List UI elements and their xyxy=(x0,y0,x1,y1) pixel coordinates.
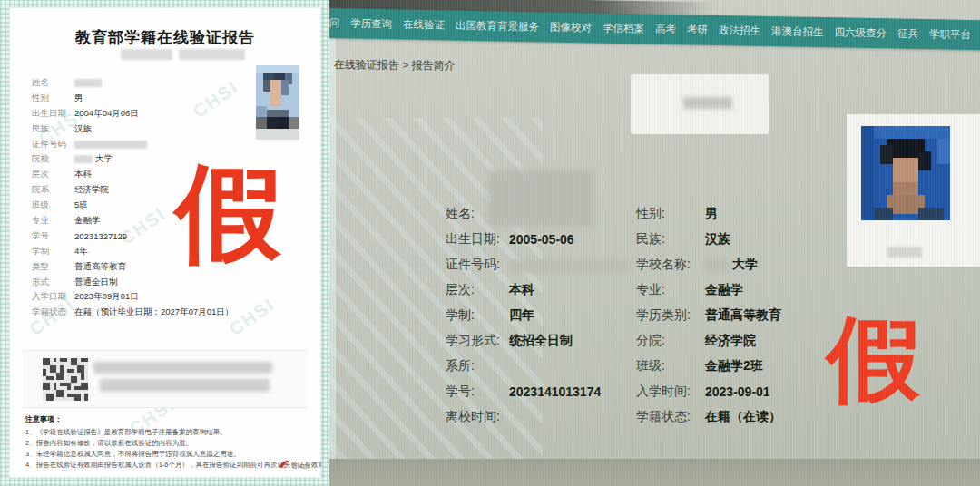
field-value: 普通高等教育 xyxy=(74,261,126,273)
bird-icon xyxy=(279,459,290,470)
field-row: 层次本科 xyxy=(32,167,233,182)
screen-edge-highlight xyxy=(329,0,336,486)
field-label: 证件号码 xyxy=(32,139,74,151)
field-value: 汉族 xyxy=(705,231,859,248)
field-value: 2004年04月06日 xyxy=(74,108,139,120)
field-label: 入学日期 xyxy=(32,291,74,303)
field-row: 入学日期2023年09月01日 xyxy=(32,289,233,305)
field-row: 姓名 xyxy=(32,75,233,91)
screen-photo: 问 学历查询 在线验证 出国教育背景服务 图像校对 学信档案 高考 考研 政法招… xyxy=(329,0,980,486)
field-row: 学籍状态在籍（预计毕业日期：2027年07月01日） xyxy=(32,305,233,320)
field-label: 民族 xyxy=(32,123,74,135)
field-value: 2023141013174 xyxy=(509,384,636,399)
report-title: 教育部学籍在线验证报告 xyxy=(9,27,321,48)
field-label: 类型 xyxy=(32,261,74,273)
field-value: 普通高等教育 xyxy=(705,307,859,324)
field-label: 学习形式: xyxy=(446,333,509,349)
field-label: 姓名 xyxy=(32,77,74,89)
qr-section xyxy=(23,350,308,408)
field-row: 学制4年 xyxy=(32,244,233,259)
redacted-value xyxy=(74,79,102,87)
nav-item[interactable]: 征兵 xyxy=(897,27,918,41)
notes-section: 注意事项： 1、《学籍在线验证报告》是教育部学籍电子注册备案的查询结果。 2、报… xyxy=(25,414,321,471)
nav-item[interactable]: 考研 xyxy=(687,23,708,36)
field-label: 系所: xyxy=(446,358,509,374)
left-report-document: CHSI CHSI CHSI CHSI CHSI CHSI 教育部学籍在线验证报… xyxy=(0,0,329,486)
field-value-text: 大学 xyxy=(732,257,758,271)
field-label: 民族: xyxy=(636,231,705,248)
field-row: 专业金融学 xyxy=(32,213,233,228)
field-label: 院系 xyxy=(32,184,74,196)
field-value: 本科 xyxy=(509,282,636,298)
notes-title: 注意事项： xyxy=(25,414,321,424)
chsi-watermark: CHSI xyxy=(225,294,279,340)
breadcrumb[interactable]: 在线验证报告 > 报告简介 xyxy=(334,57,456,73)
nav-item[interactable]: 图像校对 xyxy=(550,21,592,35)
redacted-value xyxy=(74,155,93,163)
field-value: 4年 xyxy=(74,246,88,258)
nav-item[interactable]: 政法招生 xyxy=(719,24,760,38)
field-row: 形式普通全日制 xyxy=(32,275,233,290)
field-label: 性别: xyxy=(636,206,705,222)
info-card-redacted xyxy=(631,74,769,134)
field-value: 大学 xyxy=(95,153,113,165)
redacted-value xyxy=(705,259,729,271)
nav-item[interactable]: 高考 xyxy=(655,23,676,36)
chsi-logo-text: CHSI xyxy=(292,463,309,470)
field-label: 专业 xyxy=(32,215,74,227)
nav-item[interactable]: 问 xyxy=(329,16,339,30)
nav-item[interactable]: 四六级查分 xyxy=(834,25,887,40)
field-label: 出生日期: xyxy=(446,231,509,248)
report-subtitle-redacted xyxy=(121,49,172,60)
field-label: 班级: xyxy=(636,358,705,374)
nav-item[interactable]: 出国教育背景服务 xyxy=(456,19,539,34)
note-item: 2、报告内容如有修改，请以最新在线验证的内容为准。 xyxy=(25,438,321,449)
nav-item[interactable]: 港澳台招生 xyxy=(771,24,824,39)
nav-item[interactable]: 学职平台 xyxy=(929,27,971,42)
chsi-logo: CHSI xyxy=(279,459,309,470)
site-navbar: 问 学历查询 在线验证 出国教育背景服务 图像校对 学信档案 高考 考研 政法招… xyxy=(329,8,980,51)
photo-caption-redacted xyxy=(887,247,922,258)
field-value: 5班 xyxy=(74,199,88,211)
field-row: 类型普通高等教育 xyxy=(32,259,233,275)
field-row: 院校大学 xyxy=(32,151,233,167)
field-value: 经济学院 xyxy=(74,184,109,196)
field-value: 普通全日制 xyxy=(74,277,118,288)
verification-fields: 姓名: 性别: 男 出生日期: 2005-05-06 民族: 汉族 证件号码: … xyxy=(446,201,859,430)
redacted-value xyxy=(74,141,147,149)
photo-card xyxy=(847,114,980,267)
field-value: 本科 xyxy=(74,169,92,180)
field-row: 出生日期2004年04月06日 xyxy=(32,106,233,122)
field-value: 2023年09月01日 xyxy=(74,291,139,303)
comparison-image: CHSI CHSI CHSI CHSI CHSI CHSI 教育部学籍在线验证报… xyxy=(0,0,980,486)
qr-code xyxy=(43,358,88,401)
field-label: 出生日期 xyxy=(32,108,74,120)
field-label: 学籍状态 xyxy=(32,306,74,318)
note-item: 1、《学籍在线验证报告》是教育部学籍电子注册备案的查询结果。 xyxy=(25,427,321,438)
field-label: 分院: xyxy=(636,333,705,349)
field-value: 男 xyxy=(705,206,859,222)
field-label: 层次 xyxy=(32,169,74,180)
qr-caption-redacted xyxy=(100,379,270,392)
field-value: 经济学院 xyxy=(705,333,859,349)
field-value: 统招全日制 xyxy=(509,333,636,349)
field-label: 学号: xyxy=(446,384,509,400)
report-subtitle-redacted xyxy=(179,49,245,60)
redacted-value xyxy=(509,260,627,272)
field-label: 专业: xyxy=(636,282,705,298)
field-value: 2005-05-06 xyxy=(509,232,636,247)
field-value: 20231327129 xyxy=(74,231,127,241)
qr-caption-redacted xyxy=(93,362,272,374)
nav-item[interactable]: 学历查询 xyxy=(350,17,392,32)
nav-item[interactable]: 在线验证 xyxy=(403,18,445,33)
note-item: 3、未经学籍信息权属人同意，不得将报告用于违背权属人意愿之用途。 xyxy=(25,449,321,460)
field-label: 学籍状态: xyxy=(636,409,705,425)
field-row: 院系经济学院 xyxy=(32,182,233,198)
field-label: 姓名: xyxy=(446,206,509,222)
field-row: 民族汉族 xyxy=(32,122,233,137)
field-label: 学历类别: xyxy=(636,307,705,324)
field-value: 2023-09-01 xyxy=(705,384,859,399)
nav-item[interactable]: 学信档案 xyxy=(603,22,644,36)
field-value: 大学 xyxy=(705,257,859,273)
field-label: 性别 xyxy=(32,92,74,104)
